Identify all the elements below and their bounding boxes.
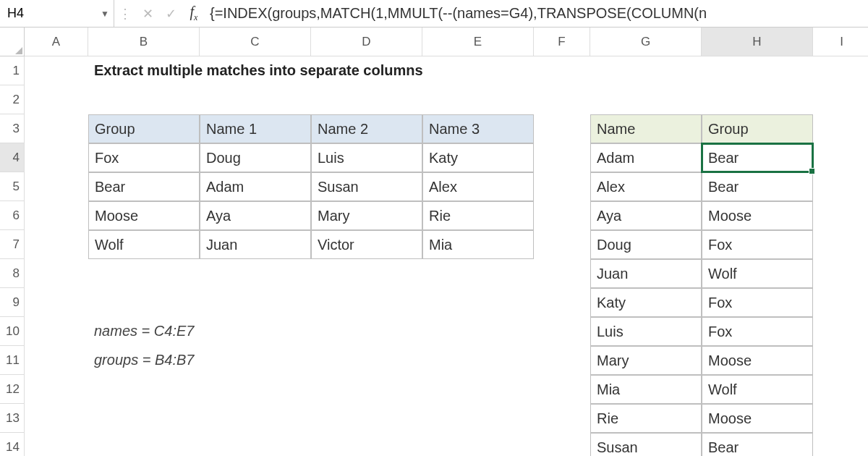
column-header[interactable]: B bbox=[88, 28, 200, 56]
cell[interactable] bbox=[813, 201, 868, 230]
column-header[interactable]: I bbox=[813, 28, 868, 56]
cell[interactable] bbox=[813, 259, 868, 288]
column-header[interactable]: A bbox=[25, 28, 88, 56]
cell[interactable]: Aya bbox=[200, 201, 311, 230]
cell[interactable]: Moose bbox=[702, 404, 813, 433]
cell[interactable]: Mia bbox=[590, 375, 702, 404]
cell[interactable]: Extract multiple matches into separate c… bbox=[88, 56, 200, 85]
cell[interactable]: Name bbox=[590, 114, 702, 143]
cell[interactable]: Alex bbox=[590, 172, 702, 201]
cell[interactable] bbox=[813, 375, 868, 404]
cell[interactable] bbox=[813, 85, 868, 114]
cell[interactable]: Victor bbox=[311, 230, 422, 259]
cell[interactable] bbox=[534, 85, 590, 114]
spreadsheet-grid[interactable]: ABCDEFGHI1Extract multiple matches into … bbox=[0, 28, 868, 456]
cell[interactable]: Luis bbox=[590, 317, 702, 346]
row-header[interactable]: 8 bbox=[0, 259, 25, 288]
cell[interactable] bbox=[534, 114, 590, 143]
cell[interactable] bbox=[813, 230, 868, 259]
cell[interactable] bbox=[813, 433, 868, 456]
row-header[interactable]: 6 bbox=[0, 201, 25, 230]
cell[interactable]: groups = B4:B7 bbox=[88, 346, 200, 375]
column-header[interactable]: E bbox=[422, 28, 534, 56]
column-header[interactable]: C bbox=[200, 28, 311, 56]
cell[interactable]: Wolf bbox=[702, 259, 813, 288]
column-header[interactable]: D bbox=[311, 28, 422, 56]
cell[interactable]: Name 2 bbox=[311, 114, 422, 143]
cell[interactable] bbox=[311, 346, 422, 375]
cell[interactable]: Katy bbox=[422, 143, 534, 172]
cell[interactable] bbox=[200, 346, 311, 375]
cell[interactable] bbox=[813, 172, 868, 201]
cell[interactable] bbox=[88, 288, 200, 317]
cell[interactable] bbox=[534, 201, 590, 230]
row-header[interactable]: 2 bbox=[0, 85, 25, 114]
cell[interactable] bbox=[534, 375, 590, 404]
cell[interactable]: Wolf bbox=[88, 230, 200, 259]
cell[interactable]: Susan bbox=[311, 172, 422, 201]
cell[interactable]: Doug bbox=[200, 143, 311, 172]
cell[interactable] bbox=[200, 259, 311, 288]
cell[interactable] bbox=[25, 143, 88, 172]
row-header[interactable]: 12 bbox=[0, 375, 25, 404]
cell[interactable] bbox=[25, 375, 88, 404]
cell[interactable]: Name 1 bbox=[200, 114, 311, 143]
cell[interactable] bbox=[88, 404, 200, 433]
cell[interactable] bbox=[813, 346, 868, 375]
cell[interactable] bbox=[25, 56, 88, 85]
select-all-corner[interactable] bbox=[0, 28, 25, 56]
cell[interactable] bbox=[88, 433, 200, 456]
cell[interactable] bbox=[534, 143, 590, 172]
cell[interactable] bbox=[590, 56, 702, 85]
cell[interactable]: Fox bbox=[702, 317, 813, 346]
cell[interactable]: Susan bbox=[590, 433, 702, 456]
cell[interactable] bbox=[813, 404, 868, 433]
cell[interactable]: Fox bbox=[88, 143, 200, 172]
row-header[interactable]: 1 bbox=[0, 56, 25, 85]
cell[interactable] bbox=[534, 259, 590, 288]
cell[interactable]: Doug bbox=[590, 230, 702, 259]
cell[interactable]: Moose bbox=[702, 346, 813, 375]
cell[interactable]: Bear bbox=[88, 172, 200, 201]
cell[interactable] bbox=[813, 288, 868, 317]
cell[interactable]: Group bbox=[88, 114, 200, 143]
cell[interactable]: Mia bbox=[422, 230, 534, 259]
cell[interactable]: Bear bbox=[702, 172, 813, 201]
cell[interactable] bbox=[25, 201, 88, 230]
cell[interactable] bbox=[311, 85, 422, 114]
cell[interactable]: Mary bbox=[311, 201, 422, 230]
cell[interactable]: Rie bbox=[590, 404, 702, 433]
insert-function-button[interactable]: fx bbox=[182, 4, 205, 23]
active-cell[interactable]: Bear bbox=[702, 143, 813, 172]
cell[interactable] bbox=[534, 172, 590, 201]
cell[interactable]: Katy bbox=[590, 288, 702, 317]
cell[interactable]: Group bbox=[702, 114, 813, 143]
cell[interactable]: Mary bbox=[590, 346, 702, 375]
row-header[interactable]: 3 bbox=[0, 114, 25, 143]
cell[interactable] bbox=[25, 433, 88, 456]
row-header[interactable]: 5 bbox=[0, 172, 25, 201]
cell[interactable] bbox=[422, 317, 534, 346]
cell[interactable] bbox=[88, 85, 200, 114]
cell[interactable] bbox=[25, 114, 88, 143]
cell[interactable] bbox=[422, 56, 534, 85]
cell[interactable] bbox=[25, 404, 88, 433]
cell[interactable] bbox=[702, 56, 813, 85]
cell[interactable] bbox=[25, 172, 88, 201]
cell[interactable] bbox=[311, 259, 422, 288]
row-header[interactable]: 13 bbox=[0, 404, 25, 433]
cell[interactable]: Rie bbox=[422, 201, 534, 230]
cell[interactable] bbox=[534, 56, 590, 85]
cell[interactable] bbox=[534, 230, 590, 259]
cell[interactable]: Aya bbox=[590, 201, 702, 230]
cell[interactable] bbox=[200, 404, 311, 433]
cell[interactable] bbox=[25, 85, 88, 114]
cell[interactable] bbox=[311, 375, 422, 404]
cell[interactable] bbox=[813, 114, 868, 143]
cell[interactable] bbox=[25, 288, 88, 317]
cell[interactable]: names = C4:E7 bbox=[88, 317, 200, 346]
column-header[interactable]: F bbox=[534, 28, 590, 56]
cell[interactable] bbox=[534, 346, 590, 375]
cell[interactable]: Bear bbox=[702, 433, 813, 456]
cell[interactable] bbox=[311, 317, 422, 346]
